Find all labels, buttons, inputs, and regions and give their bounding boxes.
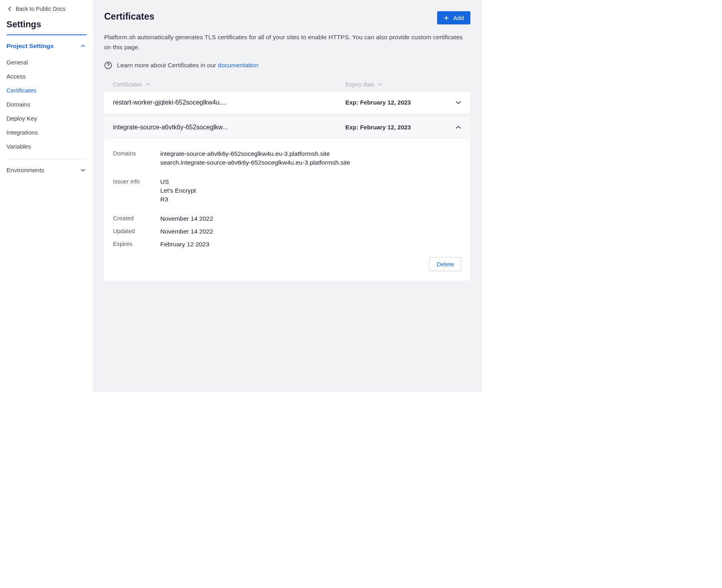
sidebar-item-deploy-key[interactable]: Deploy Key [6,111,87,125]
plus-icon [444,15,449,21]
certificate-expiry: Exp: February 12, 2023 [345,99,450,106]
help-row: Learn more about Certificates in our doc… [104,61,470,69]
certificate-row-toggle[interactable]: restart-worker-gjqteki-652soceglkw4u....… [104,92,470,113]
certificate-name: restart-worker-gjqteki-652soceglkw4u.... [113,99,345,106]
section-label: Project Settings [6,42,54,50]
sort-down-icon [378,83,383,86]
chevron-up-icon [455,125,462,129]
back-link-label: Back to Public Docs [16,6,66,12]
add-button-label: Add [453,14,464,21]
detail-created: November 14 2022 [160,215,213,222]
sidebar-item-domains[interactable]: Domains [6,97,87,111]
sort-up-icon [145,83,150,86]
col-certificates[interactable]: Certificates [113,81,345,88]
certificate-name: integrate-source-a6vtk6y-652soceglkw... [113,124,345,131]
sidebar-item-access[interactable]: Access [6,69,87,83]
main-content: Certificates Add Platform.sh automatical… [93,0,482,392]
page-title: Certificates [104,11,154,22]
chevron-up-icon [80,44,86,48]
col-expiry[interactable]: Expiry date [345,81,450,88]
certificate-row-toggle[interactable]: integrate-source-a6vtk6y-652soceglkw... … [104,117,470,138]
help-link[interactable]: documentation [218,62,259,68]
detail-updated: November 14 2022 [160,228,213,235]
certificate-details: Domains integrate-source-a6vtk6y-652soce… [104,138,470,281]
certificate-expiry: Exp: February 12, 2023 [345,124,450,131]
detail-label-expires: Expires [113,241,160,248]
sidebar-item-general[interactable]: General [6,55,87,69]
add-button[interactable]: Add [437,11,470,24]
svg-point-1 [108,67,108,67]
sidebar-title: Settings [6,19,87,35]
chevron-left-icon [8,6,12,12]
section-project-settings[interactable]: Project Settings [6,35,87,54]
sidebar: Back to Public Docs Settings Project Set… [0,0,93,392]
help-text: Learn more about Certificates in our [117,62,218,68]
section-environments[interactable]: Environments [6,159,87,178]
col-label: Certificates [113,81,142,88]
delete-button[interactable]: Delete [429,257,462,271]
detail-label-issuer: Issuer info [113,178,160,205]
detail-label-created: Created [113,215,160,222]
back-link[interactable]: Back to Public Docs [6,6,87,19]
help-icon [104,61,112,69]
table-header: Certificates Expiry date [104,81,470,92]
chevron-down-icon [80,169,86,172]
detail-label-domains: Domains [113,150,160,168]
certificate-row: restart-worker-gjqteki-652soceglkw4u....… [104,92,470,113]
intro-text: Platform.sh automatically generates TLS … [104,32,470,52]
project-nav-list: General Access Certificates Domains Depl… [6,54,87,159]
sidebar-item-integrations[interactable]: Integrations [6,125,87,139]
sidebar-item-variables[interactable]: Variables [6,139,87,153]
detail-issuer: US Let's Encrypt R3 [160,178,196,205]
certificate-row: integrate-source-a6vtk6y-652soceglkw... … [104,117,470,281]
detail-label-updated: Updated [113,228,160,235]
section-label: Environments [6,167,44,174]
col-label: Expiry date [345,81,375,88]
chevron-down-icon [455,101,462,105]
sidebar-item-certificates[interactable]: Certificates [6,83,87,97]
detail-domains: integrate-source-a6vtk6y-652soceglkw4u.e… [160,150,350,168]
detail-expires: February 12 2023 [160,241,209,248]
